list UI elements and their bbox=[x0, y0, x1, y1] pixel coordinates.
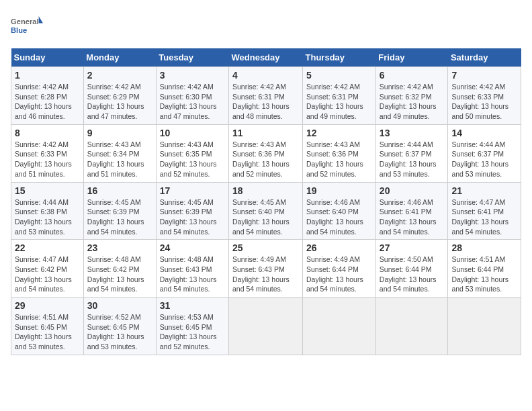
day-number: 18 bbox=[232, 185, 299, 196]
calendar-day-cell: 4Sunrise: 4:42 AM Sunset: 6:31 PM Daylig… bbox=[229, 67, 303, 125]
day-info: Sunrise: 4:49 AM Sunset: 6:44 PM Dayligh… bbox=[306, 255, 372, 294]
day-of-week-header: Friday bbox=[375, 48, 448, 67]
day-number: 7 bbox=[451, 70, 517, 81]
day-info: Sunrise: 4:43 AM Sunset: 6:36 PM Dayligh… bbox=[306, 140, 372, 179]
header: General Blue bbox=[11, 11, 521, 43]
calendar-week-row: 8Sunrise: 4:42 AM Sunset: 6:33 PM Daylig… bbox=[11, 124, 521, 182]
calendar-day-cell: 28Sunrise: 4:51 AM Sunset: 6:44 PM Dayli… bbox=[448, 240, 521, 298]
day-info: Sunrise: 4:44 AM Sunset: 6:38 PM Dayligh… bbox=[15, 197, 80, 237]
calendar-day-cell: 6Sunrise: 4:42 AM Sunset: 6:32 PM Daylig… bbox=[375, 67, 448, 125]
calendar-day-cell: 27Sunrise: 4:50 AM Sunset: 6:44 PM Dayli… bbox=[375, 240, 448, 298]
day-info: Sunrise: 4:42 AM Sunset: 6:31 PM Dayligh… bbox=[306, 82, 372, 122]
calendar-day-cell bbox=[375, 298, 448, 355]
day-info: Sunrise: 4:43 AM Sunset: 6:34 PM Dayligh… bbox=[87, 140, 152, 179]
day-number: 19 bbox=[306, 185, 372, 196]
day-number: 1 bbox=[15, 70, 80, 81]
calendar-day-cell: 10Sunrise: 4:43 AM Sunset: 6:35 PM Dayli… bbox=[156, 124, 228, 182]
day-number: 23 bbox=[87, 242, 152, 253]
day-number: 4 bbox=[232, 70, 299, 81]
calendar-day-cell: 16Sunrise: 4:45 AM Sunset: 6:39 PM Dayli… bbox=[83, 182, 156, 240]
svg-marker-2 bbox=[39, 16, 43, 23]
day-number: 21 bbox=[451, 185, 517, 196]
calendar-day-cell: 12Sunrise: 4:43 AM Sunset: 6:36 PM Dayli… bbox=[303, 124, 376, 182]
calendar-day-cell: 20Sunrise: 4:46 AM Sunset: 6:41 PM Dayli… bbox=[375, 182, 448, 240]
day-info: Sunrise: 4:42 AM Sunset: 6:32 PM Dayligh… bbox=[380, 82, 445, 122]
calendar-table: SundayMondayTuesdayWednesdayThursdayFrid… bbox=[11, 48, 521, 355]
calendar-day-cell: 22Sunrise: 4:47 AM Sunset: 6:42 PM Dayli… bbox=[11, 240, 84, 298]
day-number: 12 bbox=[306, 128, 372, 138]
day-of-week-header: Thursday bbox=[303, 48, 376, 67]
calendar-day-cell: 1Sunrise: 4:42 AM Sunset: 6:28 PM Daylig… bbox=[11, 67, 84, 125]
calendar-day-cell: 21Sunrise: 4:47 AM Sunset: 6:41 PM Dayli… bbox=[448, 182, 521, 240]
day-info: Sunrise: 4:42 AM Sunset: 6:33 PM Dayligh… bbox=[15, 140, 80, 179]
day-info: Sunrise: 4:51 AM Sunset: 6:45 PM Dayligh… bbox=[15, 312, 80, 352]
day-number: 5 bbox=[306, 70, 372, 81]
day-info: Sunrise: 4:51 AM Sunset: 6:44 PM Dayligh… bbox=[451, 255, 517, 294]
day-number: 17 bbox=[160, 185, 225, 196]
calendar-day-cell bbox=[303, 298, 376, 355]
day-number: 2 bbox=[87, 70, 152, 81]
day-info: Sunrise: 4:49 AM Sunset: 6:43 PM Dayligh… bbox=[232, 255, 299, 294]
calendar-header-row: SundayMondayTuesdayWednesdayThursdayFrid… bbox=[11, 48, 521, 67]
calendar-day-cell: 2Sunrise: 4:42 AM Sunset: 6:29 PM Daylig… bbox=[83, 67, 156, 125]
day-info: Sunrise: 4:47 AM Sunset: 6:41 PM Dayligh… bbox=[451, 197, 517, 237]
day-number: 16 bbox=[87, 185, 152, 196]
day-number: 6 bbox=[380, 70, 445, 81]
day-of-week-header: Saturday bbox=[448, 48, 521, 67]
svg-text:General: General bbox=[11, 17, 39, 26]
logo-svg: General Blue bbox=[11, 11, 43, 43]
calendar-week-row: 1Sunrise: 4:42 AM Sunset: 6:28 PM Daylig… bbox=[11, 67, 521, 125]
day-number: 31 bbox=[160, 300, 225, 311]
calendar-day-cell: 29Sunrise: 4:51 AM Sunset: 6:45 PM Dayli… bbox=[11, 298, 84, 355]
day-info: Sunrise: 4:45 AM Sunset: 6:39 PM Dayligh… bbox=[160, 197, 225, 237]
calendar-day-cell bbox=[229, 298, 303, 355]
calendar-day-cell bbox=[448, 298, 521, 355]
calendar-day-cell: 11Sunrise: 4:43 AM Sunset: 6:36 PM Dayli… bbox=[229, 124, 303, 182]
day-number: 24 bbox=[160, 242, 225, 253]
calendar-day-cell: 14Sunrise: 4:44 AM Sunset: 6:37 PM Dayli… bbox=[448, 124, 521, 182]
calendar-day-cell: 13Sunrise: 4:44 AM Sunset: 6:37 PM Dayli… bbox=[375, 124, 448, 182]
day-info: Sunrise: 4:45 AM Sunset: 6:39 PM Dayligh… bbox=[87, 197, 152, 237]
svg-text:Blue: Blue bbox=[11, 26, 27, 34]
day-number: 8 bbox=[15, 128, 80, 138]
calendar-day-cell: 19Sunrise: 4:46 AM Sunset: 6:40 PM Dayli… bbox=[303, 182, 376, 240]
calendar-day-cell: 7Sunrise: 4:42 AM Sunset: 6:33 PM Daylig… bbox=[448, 67, 521, 125]
calendar-week-row: 22Sunrise: 4:47 AM Sunset: 6:42 PM Dayli… bbox=[11, 240, 521, 298]
day-info: Sunrise: 4:42 AM Sunset: 6:33 PM Dayligh… bbox=[451, 82, 517, 122]
day-number: 27 bbox=[380, 242, 445, 253]
calendar-day-cell: 31Sunrise: 4:53 AM Sunset: 6:45 PM Dayli… bbox=[156, 298, 228, 355]
day-number: 26 bbox=[306, 242, 372, 253]
calendar-day-cell: 23Sunrise: 4:48 AM Sunset: 6:42 PM Dayli… bbox=[83, 240, 156, 298]
day-info: Sunrise: 4:48 AM Sunset: 6:43 PM Dayligh… bbox=[160, 255, 225, 294]
calendar-day-cell: 3Sunrise: 4:42 AM Sunset: 6:30 PM Daylig… bbox=[156, 67, 228, 125]
day-number: 9 bbox=[87, 128, 152, 138]
day-number: 30 bbox=[87, 300, 152, 311]
day-number: 25 bbox=[232, 242, 299, 253]
day-info: Sunrise: 4:52 AM Sunset: 6:45 PM Dayligh… bbox=[87, 312, 152, 352]
day-number: 3 bbox=[160, 70, 225, 81]
day-of-week-header: Monday bbox=[83, 48, 156, 67]
day-number: 20 bbox=[380, 185, 445, 196]
calendar-day-cell: 26Sunrise: 4:49 AM Sunset: 6:44 PM Dayli… bbox=[303, 240, 376, 298]
day-of-week-header: Wednesday bbox=[229, 48, 303, 67]
day-of-week-header: Tuesday bbox=[156, 48, 228, 67]
day-number: 10 bbox=[160, 128, 225, 138]
day-number: 28 bbox=[451, 242, 517, 253]
logo: General Blue bbox=[11, 11, 43, 43]
day-number: 22 bbox=[15, 242, 80, 253]
calendar-week-row: 15Sunrise: 4:44 AM Sunset: 6:38 PM Dayli… bbox=[11, 182, 521, 240]
day-number: 11 bbox=[232, 128, 299, 138]
day-info: Sunrise: 4:42 AM Sunset: 6:31 PM Dayligh… bbox=[232, 82, 299, 122]
day-of-week-header: Sunday bbox=[11, 48, 84, 67]
calendar-body: 1Sunrise: 4:42 AM Sunset: 6:28 PM Daylig… bbox=[11, 67, 521, 355]
day-info: Sunrise: 4:42 AM Sunset: 6:29 PM Dayligh… bbox=[87, 82, 152, 122]
calendar-day-cell: 18Sunrise: 4:45 AM Sunset: 6:40 PM Dayli… bbox=[229, 182, 303, 240]
calendar-day-cell: 25Sunrise: 4:49 AM Sunset: 6:43 PM Dayli… bbox=[229, 240, 303, 298]
day-info: Sunrise: 4:47 AM Sunset: 6:42 PM Dayligh… bbox=[15, 255, 80, 294]
day-info: Sunrise: 4:42 AM Sunset: 6:30 PM Dayligh… bbox=[160, 82, 225, 122]
day-number: 14 bbox=[451, 128, 517, 138]
day-info: Sunrise: 4:44 AM Sunset: 6:37 PM Dayligh… bbox=[451, 140, 517, 179]
calendar-day-cell: 8Sunrise: 4:42 AM Sunset: 6:33 PM Daylig… bbox=[11, 124, 84, 182]
calendar-day-cell: 15Sunrise: 4:44 AM Sunset: 6:38 PM Dayli… bbox=[11, 182, 84, 240]
day-info: Sunrise: 4:46 AM Sunset: 6:40 PM Dayligh… bbox=[306, 197, 372, 237]
